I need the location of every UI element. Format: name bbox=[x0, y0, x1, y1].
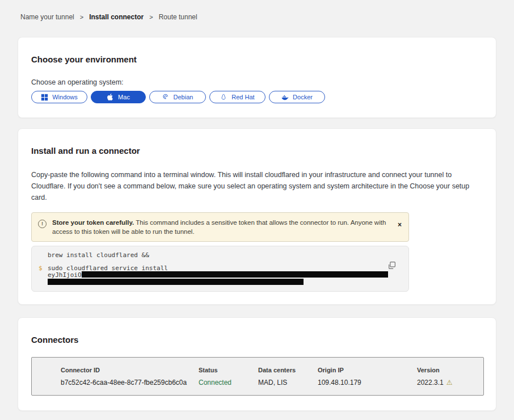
token-warning-text: Store your token carefully. This command… bbox=[52, 218, 390, 236]
os-button-label: Windows bbox=[52, 94, 78, 100]
tunnel-setup-page: Name your tunnel > Install connector > R… bbox=[0, 0, 514, 420]
copy-icon bbox=[387, 263, 396, 271]
code-line-brew: brew install cloudflared && bbox=[48, 252, 386, 259]
breadcrumb-separator: > bbox=[80, 14, 83, 20]
breadcrumb-separator: > bbox=[149, 14, 153, 20]
breadcrumb-name-your-tunnel[interactable]: Name your tunnel bbox=[20, 13, 74, 21]
connectors-card: Connectors Connector ID Status Data cent… bbox=[18, 317, 496, 411]
connectors-table: Connector ID Status Data centers Origin … bbox=[31, 357, 484, 396]
operating-system-label: Choose an operating system: bbox=[31, 78, 482, 86]
debian-logo-icon bbox=[162, 94, 170, 101]
close-banner-button[interactable]: × bbox=[398, 221, 402, 228]
os-button-mac[interactable]: Mac bbox=[91, 91, 146, 103]
docker-logo-icon bbox=[281, 94, 289, 101]
origin-ip-cell: 109.48.10.179 bbox=[318, 379, 417, 387]
windows-logo-icon bbox=[41, 94, 48, 101]
close-icon: × bbox=[398, 221, 402, 229]
install-description: Copy-paste the following command into a … bbox=[31, 169, 479, 203]
os-button-group: Windows Mac Debian bbox=[31, 91, 482, 103]
redacted-token-bar bbox=[48, 279, 304, 285]
breadcrumb-install-connector[interactable]: Install connector bbox=[89, 13, 144, 21]
code-line-sudo: $ sudo cloudflared service install bbox=[39, 265, 386, 272]
choose-environment-title: Choose your environment bbox=[31, 54, 482, 64]
connector-id-cell: b7c52c42-6caa-48ee-8c77-fbe259cb6c0a bbox=[61, 379, 199, 387]
token-warning-title: Store your token carefully. bbox=[52, 219, 134, 226]
code-command-text: sudo cloudflared service install bbox=[48, 265, 168, 272]
column-header-data-centers: Data centers bbox=[258, 367, 318, 373]
os-button-label: Debian bbox=[174, 94, 193, 100]
os-button-windows[interactable]: Windows bbox=[31, 91, 87, 103]
info-circle-icon: ! bbox=[38, 220, 47, 228]
install-connector-title: Install and run a connector bbox=[31, 146, 479, 156]
table-row: b7c52c42-6caa-48ee-8c77-fbe259cb6c0a Con… bbox=[61, 379, 483, 387]
os-button-label: Mac bbox=[118, 94, 130, 100]
column-header-connector-id: Connector ID bbox=[61, 367, 199, 373]
apple-logo-icon bbox=[107, 94, 114, 101]
copy-command-button[interactable] bbox=[387, 261, 396, 270]
install-command-codeblock: brew install cloudflared && $ sudo cloud… bbox=[31, 246, 409, 292]
column-header-origin-ip: Origin IP bbox=[318, 367, 417, 373]
os-button-docker[interactable]: Docker bbox=[269, 91, 325, 103]
os-button-label: Red Hat bbox=[231, 94, 254, 100]
connectors-title: Connectors bbox=[31, 335, 483, 345]
column-header-version: Version bbox=[417, 367, 483, 373]
version-value: 2022.3.1 bbox=[417, 379, 444, 387]
redacted-token-bar bbox=[82, 271, 388, 278]
choose-environment-card: Choose your environment Choose an operat… bbox=[18, 37, 496, 118]
version-cell: 2022.3.1 ⚠ bbox=[417, 379, 483, 387]
shell-prompt: $ bbox=[39, 265, 48, 272]
version-warning-icon: ⚠ bbox=[446, 379, 453, 386]
os-button-redhat[interactable]: Red Hat bbox=[209, 91, 266, 103]
token-prefix: eyJhIjoiO bbox=[48, 271, 82, 279]
breadcrumb: Name your tunnel > Install connector > R… bbox=[0, 0, 514, 21]
column-header-status: Status bbox=[199, 367, 258, 373]
redhat-logo-icon bbox=[220, 94, 227, 101]
install-connector-card: Install and run a connector Copy-paste t… bbox=[18, 128, 496, 305]
data-centers-cell: MAD, LIS bbox=[258, 379, 318, 387]
status-badge: Connected bbox=[199, 379, 258, 387]
breadcrumb-route-tunnel[interactable]: Route tunnel bbox=[159, 13, 197, 21]
os-button-label: Docker bbox=[293, 94, 313, 100]
os-button-debian[interactable]: Debian bbox=[149, 91, 206, 103]
table-header-row: Connector ID Status Data centers Origin … bbox=[61, 367, 483, 373]
code-line-token: eyJhIjoiO bbox=[48, 271, 386, 279]
token-warning-banner: ! Store your token carefully. This comma… bbox=[31, 212, 409, 242]
